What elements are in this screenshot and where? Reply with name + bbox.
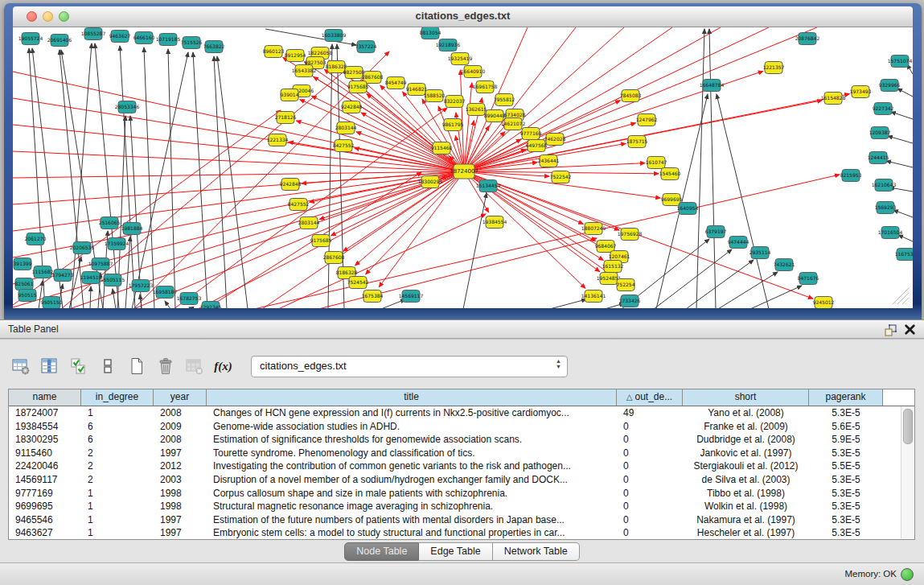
graph-node[interactable]: 17016504 [878, 227, 903, 239]
graph-node[interactable]: 1247962 [636, 114, 658, 126]
scrollbar-thumb[interactable] [903, 409, 913, 444]
graph-node[interactable]: 7432621 [774, 259, 795, 271]
graph-node[interactable]: 8427552 [333, 140, 355, 152]
graph-node[interactable]: 7524542 [347, 277, 369, 289]
graph-node[interactable]: 1640954 [677, 203, 699, 215]
table-row[interactable]: 1938455462009Genome-wide association stu… [9, 420, 914, 434]
graph-node[interactable]: 9227342 [873, 103, 894, 115]
graph-node[interactable]: 1675384 [362, 290, 384, 303]
graph-node[interactable]: 7462028 [544, 134, 566, 146]
graph-node[interactable]: 20206535 [70, 242, 95, 254]
graph-node[interactable]: 19756928 [618, 229, 643, 241]
float-panel-icon[interactable] [884, 323, 897, 336]
create-column-button[interactable] [125, 356, 147, 377]
graph-node[interactable]: 10975887 [88, 258, 113, 270]
graph-node[interactable]: 6379197 [705, 226, 727, 238]
graph-node[interactable]: 9115460 [431, 142, 453, 154]
table-row[interactable]: 946362711997Embryonic stem cells: a mode… [9, 526, 914, 540]
graph-node[interactable]: 18807249 [581, 223, 606, 235]
column-header-short[interactable]: short [683, 389, 809, 406]
graph-node[interactable]: 2436441 [538, 155, 560, 167]
close-panel-icon[interactable] [904, 323, 916, 336]
graph-node[interactable]: 9242848 [280, 179, 302, 191]
graph-node[interactable]: 9175685 [347, 81, 369, 93]
graph-node[interactable]: 7357224 [355, 41, 377, 53]
graph-node[interactable]: 7663822 [203, 41, 225, 53]
graph-node[interactable]: 14569117 [399, 290, 424, 303]
table-row[interactable]: 1830029562008Estimation of significance … [9, 433, 914, 447]
graph-node[interactable]: 1292345 [200, 302, 222, 309]
graph-node[interactable]: 1244415 [868, 152, 889, 164]
graph-node[interactable]: 19325419 [448, 53, 473, 65]
table-row[interactable]: 911546021997Tourette syndrome. Phenomeno… [9, 447, 914, 460]
graph-node[interactable]: 939014 [281, 89, 299, 101]
graph-node[interactable]: 18300295 [418, 176, 443, 188]
tab-node-table[interactable]: Node Table [344, 542, 419, 561]
graph-node[interactable]: 752254 [617, 279, 635, 291]
graph-node[interactable]: 950515 [18, 290, 37, 302]
graph-node[interactable]: 19384554 [483, 216, 507, 229]
column-header-in_degree[interactable]: in_degree [81, 389, 154, 406]
graph-node[interactable]: 9861795 [442, 119, 464, 131]
graph-node[interactable]: 16958187 [153, 286, 178, 299]
graph-node[interactable]: 10719185 [156, 34, 181, 46]
graph-node[interactable]: 2061270 [25, 233, 47, 245]
graph-node[interactable]: 1981884 [121, 223, 143, 235]
graph-node[interactable]: 16961758 [473, 81, 498, 93]
table-selector-dropdown[interactable]: citations_edges.txt▲▼ [251, 356, 568, 377]
row-height-button[interactable] [97, 356, 118, 377]
graph-node[interactable]: 19055724 [18, 33, 43, 45]
graph-node[interactable]: 1615132 [602, 261, 624, 273]
graph-node[interactable]: 14136141 [581, 290, 606, 303]
vertical-scrollbar[interactable] [901, 406, 914, 538]
graph-node[interactable]: 8960123 [263, 46, 285, 58]
graph-node[interactable]: 1545460 [659, 168, 681, 180]
delete-column-button[interactable] [154, 356, 176, 377]
graph-node[interactable]: 8215953 [840, 170, 862, 182]
column-header-out_de[interactable]: △out_de... [617, 389, 683, 406]
table-row[interactable]: 1872400712008Changes of HCN gene express… [9, 406, 914, 420]
graph-node[interactable]: 9463627 [109, 31, 131, 43]
graph-node[interactable]: 18724007 [450, 164, 478, 179]
graph-node[interactable]: 9777169 [520, 128, 542, 140]
graph-node[interactable]: 2867608 [323, 252, 345, 264]
tab-network-table[interactable]: Network Table [493, 542, 580, 561]
column-header-pagerank[interactable]: pagerank [809, 389, 883, 406]
function-builder-button[interactable]: f(x) [212, 356, 234, 377]
graph-node[interactable]: 1221334 [267, 134, 289, 146]
graph-node[interactable]: 8322037 [444, 96, 466, 108]
select-columns-button[interactable] [68, 356, 89, 377]
column-header-name[interactable]: name [9, 389, 81, 406]
graph-node[interactable]: 1794273 [52, 270, 74, 282]
column-header-year[interactable]: year [154, 389, 207, 406]
canvas-resize-grip[interactable] [893, 288, 909, 304]
table-row[interactable]: 2242004622012Investigating the contribut… [9, 459, 914, 473]
graph-node[interactable]: 1610747 [646, 157, 667, 169]
graph-node[interactable]: 28053346 [115, 101, 140, 113]
graph-node[interactable]: 2803144 [298, 217, 320, 229]
graph-node[interactable]: 1167533 [895, 249, 913, 261]
graph-node[interactable]: 2516065 [99, 217, 121, 229]
graph-node[interactable]: 16543382 [292, 65, 317, 77]
table-row[interactable]: 1456911722003Disruption of a novel membe… [9, 473, 914, 487]
graph-node[interactable]: 8912954 [285, 50, 306, 62]
tab-edge-table[interactable]: Edge Table [419, 542, 492, 561]
graph-node[interactable]: 1588520 [424, 90, 446, 102]
graph-node[interactable]: 1209387 [869, 127, 891, 139]
graph-node[interactable]: 15134454 [476, 180, 501, 192]
graph-node[interactable]: 14621072 [501, 118, 526, 130]
graph-node[interactable]: 15751074 [888, 56, 913, 68]
graph-node[interactable]: 7955812 [494, 94, 515, 106]
graph-node[interactable]: 825061 [15, 278, 34, 290]
graph-node[interactable]: 391399 [14, 258, 32, 270]
table-row[interactable]: 977716911998Corpus callosum shape and si… [9, 487, 914, 501]
graph-node[interactable]: 9175685 [310, 235, 332, 247]
graph-node[interactable]: 15505115 [101, 274, 125, 286]
graph-node[interactable]: 2718126 [275, 112, 297, 124]
graph-node[interactable]: 16154828 [821, 93, 846, 105]
graph-node[interactable]: 1973493 [850, 86, 872, 98]
show-columns-button[interactable] [39, 356, 60, 377]
graph-node[interactable]: 16782753 [177, 293, 202, 305]
table-mode-button[interactable] [10, 356, 31, 377]
graph-node[interactable]: 2803144 [335, 122, 357, 134]
